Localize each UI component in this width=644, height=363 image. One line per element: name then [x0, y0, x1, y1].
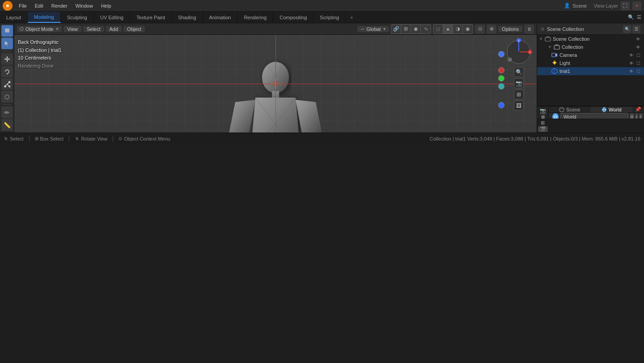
outliner-light-restrict[interactable]: ☐	[636, 61, 640, 66]
tab-uv-editing[interactable]: UV Editing	[94, 12, 130, 23]
scene-tab[interactable]: Scene	[549, 107, 591, 112]
prop-output-btn[interactable]: 🖥	[538, 114, 548, 120]
outliner-item-scene-collection[interactable]: ▼ Scene Collection 👁	[537, 35, 644, 43]
world-tab[interactable]: World	[591, 107, 633, 112]
close-btn[interactable]: ✕	[632, 1, 641, 10]
world-name-input[interactable]: World	[560, 113, 628, 119]
status-box-select: ⊞ Box Select	[35, 136, 64, 141]
camera-view-btn[interactable]: 📷	[514, 78, 524, 88]
magnet-snap-btn[interactable]: 🔗	[391, 25, 401, 34]
svg-rect-2	[5, 29, 9, 30]
wireframe-btn[interactable]: □	[433, 25, 443, 34]
outliner-options-btn[interactable]: ☰	[632, 25, 640, 33]
outliner-item-collection[interactable]: ▼ Collection 👁	[537, 43, 644, 51]
zoom-in-btn[interactable]: 🔍	[514, 67, 524, 77]
svg-point-70	[553, 115, 558, 119]
gizmo-btn[interactable]: ⊕	[487, 25, 496, 34]
tab-sculpting[interactable]: Sculpting	[61, 12, 94, 23]
tab-compositing[interactable]: Compositing	[273, 12, 314, 23]
filter-btn[interactable]: ☰	[637, 14, 641, 20]
nav-indicator-dark[interactable]	[498, 83, 504, 90]
nav-indicator-red[interactable]	[498, 67, 504, 73]
app-logo[interactable]	[3, 1, 13, 11]
outliner-camera-restrict[interactable]: ☐	[636, 53, 640, 58]
outliner-light-eye[interactable]: 👁	[629, 61, 634, 66]
world-fake-user-btn[interactable]: F	[640, 113, 642, 119]
grid-view-btn[interactable]: ⊞	[514, 90, 524, 99]
svg-marker-8	[6, 56, 8, 58]
fullscreen-btn[interactable]: ⛶	[621, 1, 630, 10]
svg-rect-18	[9, 86, 10, 87]
options-btn[interactable]: 🔍	[628, 14, 634, 20]
svg-point-1	[6, 4, 9, 7]
tool-transform[interactable]: ⬡	[1, 91, 13, 102]
status-context-menu: ⊙ Object Context Menu	[119, 136, 170, 141]
lookdev-btn[interactable]: ◑	[453, 25, 463, 34]
svg-rect-4	[5, 31, 9, 32]
pin-btn[interactable]: 📌	[632, 107, 644, 112]
outliner-collection-eye[interactable]: 👁	[636, 45, 640, 50]
tab-modeling[interactable]: Modeling	[28, 12, 61, 23]
select-menu[interactable]: Select	[83, 26, 104, 32]
navigation-gizmo[interactable]: Z X Y	[505, 38, 532, 65]
view-menu[interactable]: View	[64, 26, 81, 32]
add-menu[interactable]: Add	[106, 26, 122, 32]
menu-render[interactable]: Render	[48, 2, 71, 9]
prop-render-btn[interactable]: 📷	[538, 108, 548, 114]
outliner-trial1-restrict[interactable]: ☐	[636, 69, 640, 74]
tool-scale[interactable]	[1, 78, 13, 90]
overlay-btn[interactable]: ⊙	[475, 25, 485, 34]
menu-edit[interactable]: Edit	[31, 2, 47, 9]
object-menu[interactable]: Object	[123, 26, 145, 32]
outliner-camera-eye[interactable]: 👁	[629, 53, 634, 58]
scene-name[interactable]: Scene	[573, 3, 587, 9]
tool-cursor[interactable]	[1, 38, 13, 49]
tab-scripting[interactable]: Scripting	[314, 12, 346, 23]
tool-select-cursor[interactable]	[1, 25, 13, 37]
nav-indicator-blue2[interactable]	[498, 102, 504, 108]
tool-move[interactable]	[1, 53, 13, 65]
tab-rendering[interactable]: Rendering	[237, 12, 273, 23]
world-users-btn[interactable]: 1	[636, 113, 638, 119]
nav-indicator-green[interactable]	[498, 75, 504, 81]
menu-window[interactable]: Window	[72, 2, 97, 9]
mode-dropdown[interactable]: ⬡ Object Mode ▼	[17, 26, 62, 32]
svg-text:X: X	[529, 51, 531, 54]
outliner-item-light[interactable]: Light 👁 ☐	[537, 59, 644, 67]
tab-texture-paint[interactable]: Texture Paint	[130, 12, 172, 23]
transform-orientation[interactable]: ↔ Global ▼	[357, 26, 389, 32]
prop-view-layer-btn[interactable]: ⊞	[538, 120, 548, 126]
solid-btn[interactable]: ●	[443, 25, 453, 34]
tool-measure[interactable]: 📏	[1, 119, 13, 131]
outliner-filter-btn[interactable]: 🔍	[623, 25, 631, 33]
svg-marker-5	[5, 41, 8, 46]
outliner-scene-eye[interactable]: 👁	[636, 37, 640, 42]
status-stats: Collection | trial1 Verts:3,049 | Faces:…	[430, 136, 640, 141]
pause-btn[interactable]: ⏸	[524, 25, 534, 34]
menu-help[interactable]: Help	[97, 2, 115, 9]
viewport-header: ⬡ Object Mode ▼ View Select Add Object ↔…	[14, 23, 537, 35]
image-view-btn[interactable]: 🖼	[514, 101, 524, 111]
viewport[interactable]: Back Orthographic (1) Collection | trial…	[14, 35, 537, 132]
proportional-falloff-btn[interactable]: ∿	[421, 25, 431, 34]
tool-rotate[interactable]	[1, 66, 13, 77]
world-name-bar: World ⊟ 1 F + ⎘ ✕	[549, 113, 644, 119]
tool-annotate[interactable]: ✏	[1, 107, 13, 118]
outliner-item-camera[interactable]: Camera 👁 ☐	[537, 51, 644, 59]
prop-scene-btn[interactable]: 🎬	[538, 126, 548, 132]
tab-animation[interactable]: Animation	[203, 12, 238, 23]
menu-file[interactable]: File	[15, 2, 30, 9]
snap-type-btn[interactable]: ⊞	[401, 25, 411, 34]
proportional-editing-btn[interactable]: ◉	[411, 25, 421, 34]
options-btn[interactable]: Options	[498, 26, 522, 32]
tab-shading[interactable]: Shading	[172, 12, 203, 23]
outliner-pane: ⊙ Scene Collection 🔍 ☰ ▼ Scene Collectio…	[537, 23, 644, 107]
world-browse-btn[interactable]: ⊟	[630, 113, 634, 119]
tab-layout[interactable]: Layout	[0, 12, 28, 23]
add-workspace-btn[interactable]: +	[346, 12, 357, 23]
outliner-trial1-eye[interactable]: 👁	[629, 69, 634, 74]
svg-rect-53	[554, 46, 559, 49]
nav-indicator-blue[interactable]	[498, 51, 504, 57]
outliner-item-trial1[interactable]: trial1 👁 ☐	[537, 67, 644, 75]
rendered-btn[interactable]: ◉	[463, 25, 473, 34]
